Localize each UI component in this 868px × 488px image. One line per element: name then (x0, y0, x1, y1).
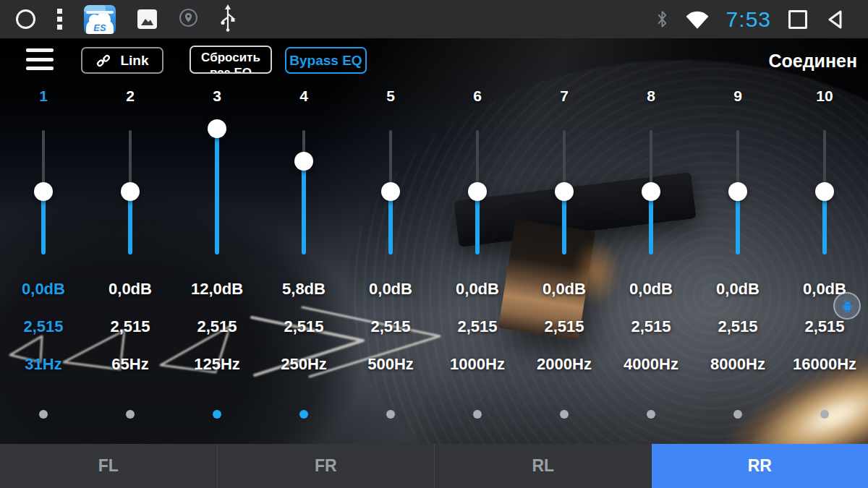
eq-band: 10 0,0dB 2,515 16000Hz (781, 38, 868, 444)
overflow-icon[interactable] (57, 9, 62, 30)
band-slider[interactable] (381, 130, 400, 254)
band-slider[interactable] (34, 130, 53, 254)
status-bar: ES (0, 0, 868, 38)
band-freq-label: 500Hz (347, 355, 434, 374)
link-button-label: Link (120, 53, 148, 69)
band-slider[interactable] (728, 130, 747, 254)
band-q-value: 2,515 (0, 317, 87, 336)
es-logo-text: ES (93, 22, 106, 33)
eq-band: 1 0,0dB 2,515 31Hz (0, 38, 87, 444)
slider-fill (388, 192, 393, 254)
link-button[interactable]: Link (81, 47, 163, 74)
slider-thumb[interactable] (381, 182, 400, 201)
band-gain-value: 0,0dB (694, 280, 781, 299)
band-dot (39, 410, 48, 419)
band-gain-value: 12,0dB (174, 280, 260, 299)
eq-band: 6 0,0dB 2,515 1000Hz (434, 38, 521, 444)
eq-band: 5 0,0dB 2,515 500Hz (347, 38, 434, 444)
bands-row: 1 0,0dB 2,515 31Hz 2 0,0dB 2,515 65Hz 3 … (0, 38, 868, 444)
band-number: 5 (347, 87, 434, 105)
channel-tab-fl[interactable]: FL (0, 444, 217, 488)
gallery-icon[interactable] (137, 9, 157, 29)
band-slider[interactable] (815, 130, 834, 254)
slider-thumb[interactable] (728, 182, 747, 201)
device-policy-icon[interactable] (179, 8, 198, 30)
band-gain-value: 5,8dB (260, 280, 347, 299)
band-freq-label: 125Hz (174, 355, 260, 374)
band-freq-label: 4000Hz (608, 355, 694, 374)
band-dot (299, 410, 308, 419)
slider-fill (822, 192, 827, 254)
band-gain-value: 0,0dB (0, 280, 87, 299)
slider-fill (475, 192, 480, 254)
slider-thumb[interactable] (555, 182, 574, 201)
slider-thumb[interactable] (642, 182, 660, 201)
band-slider[interactable] (642, 130, 660, 254)
equalizer-panel: Link Сбросить все EQ Bypass EQ Соединен … (0, 38, 868, 444)
eq-band: 4 5,8dB 2,515 250Hz (260, 38, 347, 444)
band-number: 10 (781, 87, 868, 105)
eq-band: 3 12,0dB 2,515 125Hz (174, 38, 260, 444)
usb-icon[interactable] (220, 3, 236, 36)
slider-thumb[interactable] (34, 182, 53, 201)
bypass-eq-button[interactable]: Bypass EQ (285, 47, 367, 74)
status-bar-right: 7:53 (656, 7, 846, 32)
slider-thumb[interactable] (815, 182, 834, 201)
band-freq-label: 16000Hz (781, 355, 868, 374)
band-number: 4 (260, 87, 347, 105)
band-dot (386, 410, 395, 419)
recents-icon[interactable] (788, 10, 807, 29)
band-number: 7 (521, 87, 608, 105)
slider-thumb[interactable] (468, 182, 487, 201)
channel-tab-rr[interactable]: RR (652, 444, 868, 488)
band-dot (213, 410, 221, 419)
band-q-value: 2,515 (174, 317, 260, 336)
slider-thumb[interactable] (208, 119, 226, 138)
wifi-icon (686, 10, 709, 29)
channel-tab-bar: FL FR RL RR (0, 444, 868, 488)
band-number: 8 (608, 87, 694, 105)
band-slider[interactable] (294, 130, 313, 254)
band-gain-value: 0,0dB (87, 280, 174, 299)
band-slider[interactable] (555, 130, 574, 254)
connection-status: Соединен (768, 51, 857, 72)
band-q-value: 2,515 (434, 317, 521, 336)
band-number: 3 (174, 87, 260, 105)
status-bar-left: ES (16, 3, 236, 36)
eq-band: 9 0,0dB 2,515 8000Hz (694, 38, 781, 444)
band-dot (820, 410, 829, 419)
eq-band: 7 0,0dB 2,515 2000Hz (521, 38, 608, 444)
band-dot (126, 410, 135, 419)
band-slider[interactable] (121, 130, 140, 254)
band-slider[interactable] (468, 130, 487, 254)
slider-thumb[interactable] (294, 152, 313, 171)
band-gain-value: 0,0dB (521, 280, 608, 299)
slider-thumb[interactable] (121, 182, 140, 201)
band-gain-value: 0,0dB (608, 280, 694, 299)
band-number: 6 (434, 87, 521, 105)
es-file-explorer-icon[interactable]: ES (84, 5, 116, 34)
band-q-value: 2,515 (608, 317, 694, 336)
band-slider[interactable] (208, 130, 226, 254)
reset-eq-button[interactable]: Сбросить все EQ (190, 46, 272, 74)
band-freq-label: 31Hz (0, 355, 87, 374)
reset-eq-button-label: Сбросить все EQ (191, 50, 271, 74)
band-number: 2 (87, 87, 174, 105)
channel-tab-rl[interactable]: RL (434, 444, 652, 488)
eq-band: 2 0,0dB 2,515 65Hz (87, 38, 174, 444)
slider-fill (302, 161, 306, 254)
band-freq-label: 65Hz (87, 355, 174, 374)
menu-button[interactable] (26, 48, 54, 70)
link-chain-icon (95, 53, 111, 69)
band-q-value: 2,515 (260, 317, 347, 336)
floating-android-button[interactable] (833, 292, 861, 320)
band-dot (473, 410, 482, 419)
back-icon[interactable] (825, 9, 846, 30)
band-freq-label: 1000Hz (434, 355, 521, 374)
home-circle-icon[interactable] (16, 9, 35, 29)
band-freq-label: 8000Hz (694, 355, 781, 374)
slider-fill (128, 192, 132, 254)
band-dot (647, 410, 655, 419)
channel-tab-fr[interactable]: FR (217, 444, 435, 488)
band-number: 1 (0, 87, 87, 105)
